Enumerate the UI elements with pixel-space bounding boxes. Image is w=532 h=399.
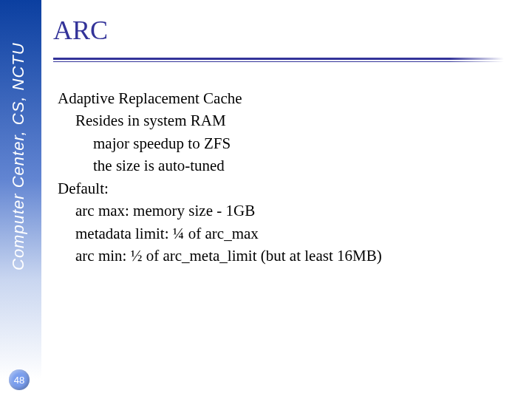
body-line: the size is auto-tuned — [93, 154, 516, 177]
page-number: 48 — [14, 375, 24, 386]
slide-title: ARC — [53, 15, 108, 46]
body-line: Resides in system RAM — [75, 109, 516, 132]
body-line: Default: — [58, 177, 516, 200]
body-line: major speedup to ZFS — [93, 132, 516, 154]
sidebar: Computer Center, CS, NCTU — [0, 0, 41, 399]
page-number-badge: 48 — [9, 369, 30, 390]
body-line: metadata limit: ¼ of arc_max — [75, 222, 516, 245]
body-line: arc max: memory size - 1GB — [75, 200, 516, 222]
body-line: Adaptive Replacement Cache — [58, 87, 516, 109]
slide-body: Adaptive Replacement Cache Resides in sy… — [58, 87, 516, 267]
title-underline — [53, 58, 504, 61]
institution-label: Computer Center, CS, NCTU — [9, 4, 33, 270]
body-line: arc min: ½ of arc_meta_limit (but at lea… — [75, 245, 516, 267]
